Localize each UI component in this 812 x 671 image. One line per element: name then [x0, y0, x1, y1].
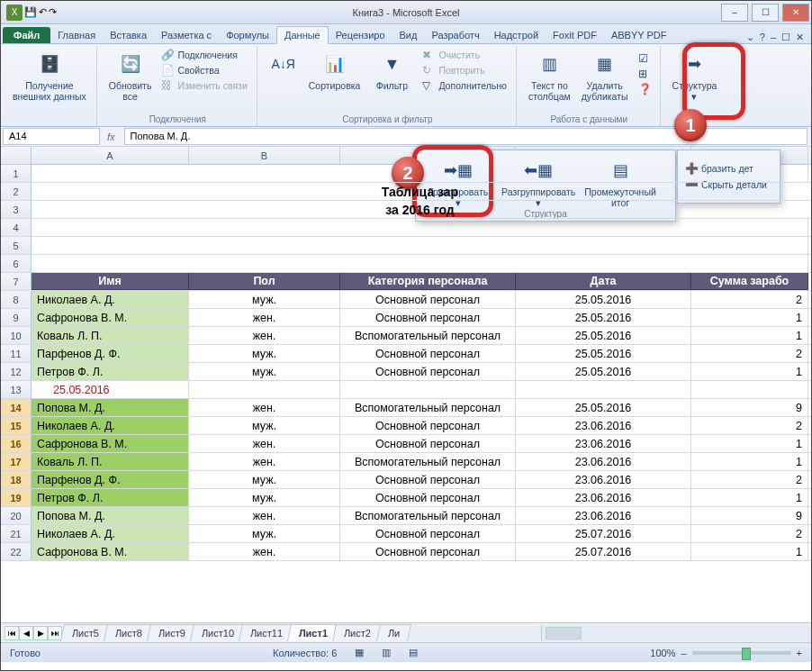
tab-formulas[interactable]: Формулы	[219, 27, 276, 43]
formula-input[interactable]: Попова М. Д.	[124, 128, 807, 145]
cell-sum[interactable]: 2	[691, 525, 808, 542]
table-header-row[interactable]: 7 Имя Пол Категория персонала Дата Сумма…	[1, 273, 811, 291]
cell-sum[interactable]: 2	[691, 291, 808, 308]
sheet-tab[interactable]: Лист11	[239, 624, 294, 641]
sheet-tab[interactable]: Лист2	[332, 624, 383, 641]
cell-category[interactable]: Основной персонал	[340, 309, 516, 326]
table-row[interactable]: 21Николаев А. Д.муж.Основной персонал25.…	[1, 525, 811, 543]
connections-button[interactable]: 🔗Подключения	[158, 48, 250, 62]
cell-sum[interactable]: 2	[691, 471, 808, 488]
prev-sheet-button[interactable]: ◀	[19, 626, 33, 640]
close-button[interactable]: ✕	[782, 4, 809, 22]
row-6[interactable]: 6	[1, 255, 811, 273]
row-13[interactable]: 13 25.05.2016	[1, 381, 811, 399]
cell-date[interactable]: 23.06.2016	[516, 489, 691, 506]
cell-date[interactable]: 25.05.2016	[516, 363, 691, 380]
cell-category[interactable]: Основной персонал	[340, 291, 516, 308]
win-restore-icon[interactable]: ☐	[781, 32, 790, 43]
tab-home[interactable]: Главная	[50, 27, 103, 43]
cell-name[interactable]: Николаев А. Д.	[32, 291, 189, 308]
cell-date[interactable]: 25.07.2016	[516, 525, 691, 542]
cell-date[interactable]: 23.06.2016	[516, 453, 691, 470]
tab-abbyy[interactable]: ABBYY PDF	[604, 27, 674, 43]
zoom-control[interactable]: 100% – +	[650, 648, 802, 658]
tab-insert[interactable]: Вставка	[103, 27, 154, 43]
horizontal-scrollbar[interactable]	[541, 625, 811, 641]
cell-sum[interactable]: 1	[691, 489, 808, 506]
help-icon[interactable]: ?	[760, 32, 765, 43]
tab-data[interactable]: Данные	[276, 26, 329, 44]
sheet-tab[interactable]: Ли	[375, 624, 411, 641]
cell-date[interactable]: 25.05.2016	[516, 291, 691, 308]
cell-sum[interactable]: 1	[691, 543, 808, 560]
cell-sex[interactable]: муж.	[189, 417, 340, 434]
worksheet-grid[interactable]: 1 2Таблица зар 3за 2016 год 4 5 6 7 Имя …	[1, 165, 811, 622]
table-row[interactable]: 8Николаев А. Д.муж.Основной персонал25.0…	[1, 291, 811, 309]
view-break-icon[interactable]: ▤	[409, 647, 418, 658]
cell-date[interactable]: 23.06.2016	[516, 471, 691, 488]
tab-view[interactable]: Вид	[392, 27, 425, 43]
cell-sum[interactable]: 1	[691, 435, 808, 452]
cell-date[interactable]: 23.06.2016	[516, 507, 691, 524]
table-row[interactable]: 18Парфенов Д. Ф.муж.Основной персонал23.…	[1, 471, 811, 489]
cell-name[interactable]: Коваль Л. П.	[32, 327, 189, 344]
tab-file[interactable]: Файл	[3, 27, 50, 43]
cell-sum[interactable]: 2	[691, 417, 808, 434]
select-all-corner[interactable]	[1, 147, 32, 164]
cell-date[interactable]: 25.05.2016	[516, 399, 691, 416]
fx-icon[interactable]: fx	[107, 131, 115, 142]
cell-sex[interactable]: жен.	[189, 399, 340, 416]
text-to-columns-button[interactable]: ▥ Текст по столбцам	[524, 48, 575, 104]
zoom-slider[interactable]	[692, 651, 791, 655]
cell-category[interactable]: Основной персонал	[340, 363, 516, 380]
zoom-in-icon[interactable]: +	[797, 648, 802, 658]
sort-asc-button[interactable]: A↓Я	[265, 48, 302, 95]
clear-filter-button[interactable]: ✖Очистить	[419, 48, 510, 62]
row-3[interactable]: 3за 2016 год	[1, 201, 811, 219]
cell-sum[interactable]: 2	[691, 345, 808, 362]
sort-button[interactable]: 📊 Сортировка	[304, 48, 365, 95]
cell-category[interactable]: Основной персонал	[340, 345, 516, 362]
row-5[interactable]: 5	[1, 237, 811, 255]
structure-button[interactable]: ➡ Структура ▾	[668, 48, 722, 104]
tab-addins[interactable]: Надстрой	[487, 27, 546, 43]
edit-links-button[interactable]: ⛓Изменить связи	[158, 78, 250, 93]
cell-category[interactable]: Основной персонал	[340, 417, 516, 434]
cell-name[interactable]: Николаев А. Д.	[32, 417, 189, 434]
cell-sex[interactable]: муж.	[189, 291, 340, 308]
cell-sum[interactable]: 1	[691, 327, 808, 344]
cell-name[interactable]: Петров Ф. Л.	[32, 489, 189, 506]
cell-date[interactable]: 25.07.2016	[516, 543, 691, 560]
cell-category[interactable]: Основной персонал	[340, 471, 516, 488]
cell-sum[interactable]: 1	[691, 453, 808, 470]
cell-date[interactable]: 25.05.2016	[516, 327, 691, 344]
refresh-all-button[interactable]: 🔄 Обновить все	[104, 48, 157, 104]
cell-category[interactable]: Вспомогательный персонал	[340, 453, 516, 470]
maximize-button[interactable]: ☐	[752, 4, 779, 22]
cell-name[interactable]: Коваль Л. П.	[32, 453, 189, 470]
cell-sex[interactable]: муж.	[189, 489, 340, 506]
name-box[interactable]: A14	[3, 128, 100, 145]
cell-sex[interactable]: жен.	[189, 327, 340, 344]
zoom-out-icon[interactable]: –	[681, 648, 686, 658]
cell-date[interactable]: 23.06.2016	[516, 417, 691, 434]
cell-name[interactable]: Сафронова В. М.	[32, 309, 189, 326]
minimize-button[interactable]: –	[721, 4, 748, 22]
cell-sex[interactable]: муж.	[189, 363, 340, 380]
row-4[interactable]: 4	[1, 219, 811, 237]
cell-sex[interactable]: муж.	[189, 345, 340, 362]
cell-date[interactable]: 25.05.2016	[516, 309, 691, 326]
table-row[interactable]: 19Петров Ф. Л.муж.Основной персонал23.06…	[1, 489, 811, 507]
tab-foxit[interactable]: Foxit PDF	[546, 27, 604, 43]
row-1[interactable]: 1	[1, 165, 811, 183]
last-sheet-button[interactable]: ⏭	[48, 626, 62, 640]
win-min-icon[interactable]: –	[771, 32, 776, 43]
cell-category[interactable]: Основной персонал	[340, 435, 516, 452]
table-row[interactable]: 16Сафронова В. М.жен.Основной персонал23…	[1, 435, 811, 453]
table-row[interactable]: 15Николаев А. Д.муж.Основной персонал23.…	[1, 417, 811, 435]
undo-icon[interactable]: ↶	[39, 6, 47, 18]
table-row[interactable]: 20Попова М. Д.жен.Вспомогательный персон…	[1, 507, 811, 525]
cell-sum[interactable]: 1	[691, 309, 808, 326]
cell-sum[interactable]: 9	[691, 399, 808, 416]
win-close-icon[interactable]: ✕	[796, 32, 804, 43]
